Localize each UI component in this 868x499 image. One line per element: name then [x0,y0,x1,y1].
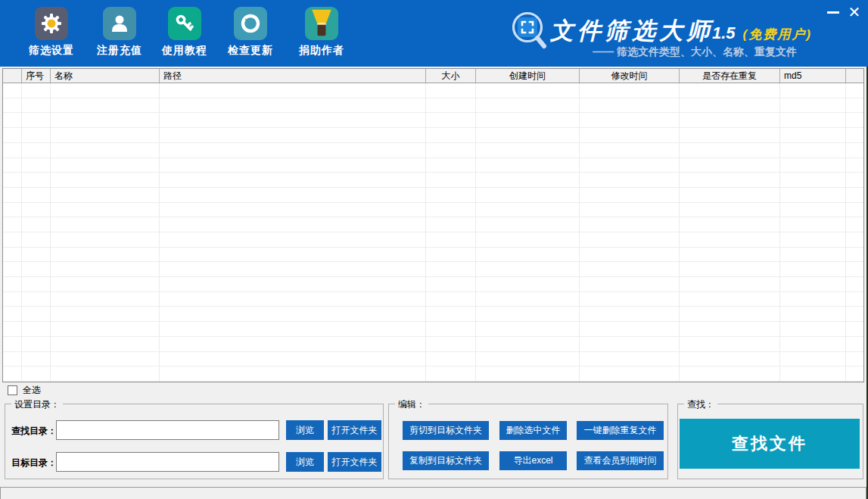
search-dir-browse-button[interactable]: 浏览 [286,420,324,440]
user-icon [103,7,136,40]
app-window: 筛选设置 注册充值 [0,0,868,499]
ring-icon [234,7,267,40]
app-title: 文件筛选大师1.5(免费用户) [550,15,812,47]
view-membership-expiry-button[interactable]: 查看会员到期时间 [577,451,664,470]
toolbar-button-filter-settings[interactable]: 筛选设置 [18,7,85,58]
grid-line [679,83,680,382]
close-button[interactable]: ✕ [842,2,866,23]
grid-line [475,83,476,382]
column-header-modified[interactable]: 修改时间 [580,69,680,83]
grid-line [21,83,22,382]
column-header-spacer [846,69,863,83]
column-header-name[interactable]: 名称 [51,69,160,83]
delete-duplicates-button[interactable]: 一键删除重复文件 [577,421,664,440]
find-files-button[interactable]: 查找文件 [680,419,860,469]
search-dir-input[interactable] [56,420,279,440]
toolbar-label: 筛选设置 [18,44,85,58]
select-all-checkbox[interactable]: 全选 [8,384,41,397]
grid-line [845,83,846,382]
column-header-path[interactable]: 路径 [160,69,426,83]
column-header-size[interactable]: 大小 [426,69,476,83]
cut-to-target-button[interactable]: 剪切到目标文件夹 [403,421,489,440]
group-set-directories-title: 设置目录： [11,398,63,411]
toolbar-button-donate[interactable]: 捐助作者 [288,7,355,58]
delete-selected-button[interactable]: 删除选中文件 [499,421,567,440]
target-dir-open-folder-button[interactable]: 打开文件夹 [328,452,381,472]
toolbar-button-check-update[interactable]: 检查更新 [217,7,284,58]
status-bar [0,487,866,499]
group-edit-title: 编辑： [395,398,428,411]
toolbar-label: 捐助作者 [288,44,355,58]
app-title-text: 文件筛选大师 [550,17,714,44]
column-header-created[interactable]: 创建时间 [476,69,580,83]
license-badge: (免费用户) [743,27,812,42]
group-edit: 编辑： 剪切到目标文件夹 删除选中文件 一键删除重复文件 复制到目标文件夹 导出… [388,404,668,479]
select-all-label: 全选 [23,384,41,397]
group-find: 查找： 查找文件 [677,404,863,479]
table-body-empty[interactable] [3,83,863,382]
column-header-md5[interactable]: md5 [780,69,846,83]
column-header-duplicate[interactable]: 是否存在重复 [680,69,780,83]
grid-line [779,83,780,382]
column-header-index[interactable]: 序号 [22,69,51,83]
toolbar-button-register[interactable]: 注册充值 [86,7,153,58]
torch-icon [305,7,338,40]
close-icon: ✕ [848,5,861,20]
target-dir-browse-button[interactable]: 浏览 [286,452,324,472]
titlebar: 筛选设置 注册充值 [0,0,868,67]
export-excel-button[interactable]: 导出excel [499,451,567,470]
target-dir-input[interactable] [56,452,279,472]
grid-line [50,83,51,382]
column-header-selector[interactable] [3,69,22,83]
copy-to-target-button[interactable]: 复制到目标文件夹 [403,451,489,470]
group-find-title: 查找： [684,398,717,411]
toolbar-label: 检查更新 [217,44,284,58]
search-dir-open-folder-button[interactable]: 打开文件夹 [328,420,381,440]
minimize-icon [827,11,839,14]
grid-line [579,83,580,382]
grid-line [425,83,426,382]
grid-line [159,83,160,382]
checkbox-box[interactable] [8,385,17,395]
file-list-table: 序号 名称 路径 大小 创建时间 修改时间 是否存在重复 md5 [2,68,864,382]
search-dir-label: 查找目录： [11,425,57,438]
target-dir-label: 目标目录： [11,457,57,469]
toolbar-label: 使用教程 [151,44,218,58]
table-header-row: 序号 名称 路径 大小 创建时间 修改时间 是否存在重复 md5 [3,69,863,83]
toolbar-button-tutorial[interactable]: 使用教程 [151,7,218,58]
gear-icon [35,7,68,40]
app-logo-magnifier-icon [509,8,548,54]
group-set-directories: 设置目录： 查找目录： 浏览 打开文件夹 目标目录： 浏览 打开文件夹 [5,404,384,479]
app-subtitle: —— 筛选文件类型、大小、名称、重复文件 [593,45,797,59]
toolbar-label: 注册充值 [86,44,153,58]
key-icon [168,7,201,40]
app-version: 1.5 [712,23,736,42]
